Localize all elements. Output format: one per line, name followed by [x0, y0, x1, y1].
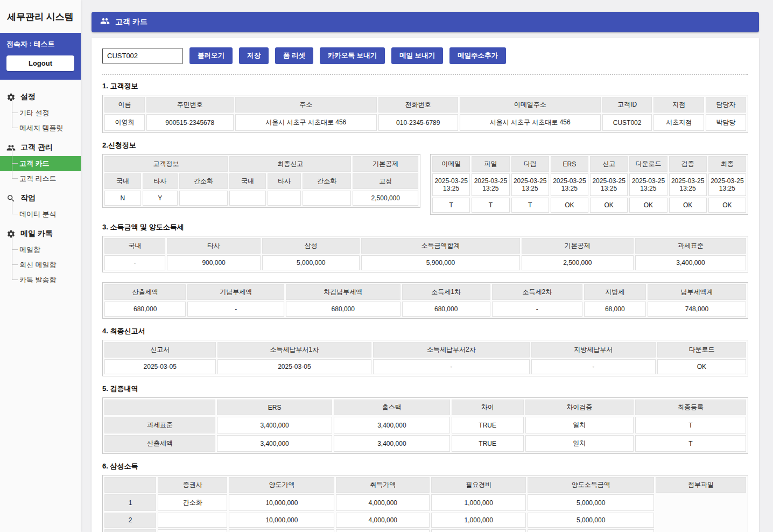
- save-button[interactable]: 저장: [239, 47, 269, 64]
- data-cell: -: [187, 302, 284, 317]
- data-cell: [158, 513, 227, 528]
- data-cell: [268, 191, 301, 206]
- data-table: 이름주민번호주소전화번호이메일주소고객ID지점담당자이영희900515-2345…: [102, 95, 748, 133]
- data-cell: 3,400,000: [217, 435, 332, 452]
- customer-id-input[interactable]: [102, 48, 183, 64]
- column-header: 이름: [104, 97, 145, 113]
- section-tables: 증권사양도가액취득가액필요경비양도소득금액첨부파일1간소화10,000,0004…: [102, 475, 748, 532]
- sidebar-item[interactable]: 데이터 분석: [0, 207, 81, 222]
- table-row: 2025-03-25 13:252025-03-25 13:252025-03-…: [432, 173, 746, 196]
- table-row: TTTOKOKOKOKOK: [432, 198, 746, 213]
- table-row: -900,0005,000,0005,900,0002,500,0003,400…: [104, 255, 746, 270]
- column-header: 삼성: [262, 238, 360, 254]
- column-header: 소득세1차: [402, 284, 490, 300]
- logged-in-user-label: 접속자 : 테스트: [6, 39, 74, 49]
- column-header: 차감납부세액: [286, 284, 400, 300]
- data-cell: 5,000,000: [262, 255, 360, 270]
- section-tables: 국내타사삼성소득금액합계기본공제과세표준-900,0005,000,0005,9…: [102, 236, 748, 319]
- section-tables: 이름주민번호주소전화번호이메일주소고객ID지점담당자이영희900515-2345…: [102, 95, 748, 133]
- form-reset-button[interactable]: 폼 리셋: [275, 47, 313, 64]
- data-cell: 5,000,000: [528, 513, 654, 528]
- header-row: 신고서소득세납부서1차소득세납부서2차지방세납부서다운로드: [104, 342, 746, 358]
- data-cell: 4,000,000: [336, 494, 430, 511]
- header-row: 이메일파일다림ERS신고다운로드검증최종: [432, 156, 746, 172]
- column-header: 간소화: [303, 173, 351, 189]
- sidebar-item[interactable]: 고객 리스트: [0, 171, 81, 186]
- data-cell: T: [432, 198, 470, 213]
- column-header: 간소화: [179, 173, 228, 189]
- data-cell: 간소화: [158, 494, 227, 511]
- table-row: 이영희900515-2345678서울시 서초구 서초대로 456010-234…: [104, 114, 746, 131]
- column-header: 다림: [511, 156, 549, 172]
- column-header: 타사: [143, 173, 178, 189]
- main-content: 고객 카드 불러오기저장폼 리셋카카오톡 보내기메일 보내기메일주소추가 1. …: [92, 0, 759, 532]
- logout-button[interactable]: Logout: [6, 55, 74, 71]
- table-row: 310,000,0004,000,0001,000,0005,000,000: [104, 529, 746, 532]
- data-table: 이메일파일다림ERS신고다운로드검증최종2025-03-25 13:252025…: [430, 154, 748, 215]
- table-row: 산출세액3,400,0003,400,000TRUE일치T: [104, 435, 746, 452]
- content-panel: 불러오기저장폼 리셋카카오톡 보내기메일 보내기메일주소추가 1. 고객정보이름…: [92, 38, 759, 532]
- column-header: 기본공제: [522, 238, 634, 254]
- data-cell: 10,000,000: [229, 494, 334, 511]
- column-header: 전화번호: [378, 97, 458, 113]
- data-cell: 2025-03-25 13:25: [551, 173, 588, 196]
- sidebar-item[interactable]: 카톡 발송함: [0, 272, 81, 288]
- menu-section-label: 설정: [20, 92, 36, 102]
- sidebar: 세무관리 시스템 접속자 : 테스트 Logout 설정기타 설정메세지 템플릿…: [0, 0, 81, 532]
- table-row: NY2,500,000: [104, 191, 418, 206]
- sidebar-item[interactable]: 메세지 템플릿: [0, 121, 81, 136]
- data-cell: OK: [551, 198, 588, 213]
- header-row: 고객정보최종신고기본공제: [104, 156, 418, 172]
- column-header: 차이검증: [525, 400, 634, 415]
- data-cell: 3,400,000: [635, 255, 746, 270]
- header-row: 국내타사삼성소득금액합계기본공제과세표준: [104, 238, 746, 254]
- data-cell: 2025-03-25 13:25: [708, 173, 746, 196]
- people-icon: [100, 16, 110, 26]
- data-cell: [303, 191, 351, 206]
- data-cell: 680,000: [402, 302, 490, 317]
- column-header: 홈스택: [334, 400, 449, 415]
- column-header: 최종등록: [635, 400, 746, 415]
- data-cell: OK: [590, 198, 628, 213]
- data-cell: OK: [708, 198, 746, 213]
- data-cell: 1,000,000: [431, 513, 526, 528]
- send-kakao-button[interactable]: 카카오톡 보내기: [320, 47, 385, 64]
- data-cell: 2025-03-05: [217, 359, 372, 374]
- table-row: 1간소화10,000,0004,000,0001,000,0005,000,00…: [104, 494, 746, 511]
- load-button[interactable]: 불러오기: [189, 47, 233, 64]
- data-cell: 5,000,000: [528, 494, 654, 511]
- header-row: 국내타사간소화국내타사간소화고정: [104, 173, 418, 189]
- row-label-cell: 1: [104, 494, 156, 511]
- section-title: 5. 검증내역: [102, 384, 748, 394]
- table-row: 210,000,0004,000,0001,000,0005,000,000: [104, 513, 746, 528]
- data-table: 신고서소득세납부서1차소득세납부서2차지방세납부서다운로드2025-03-052…: [102, 340, 748, 376]
- column-header: 과세표준: [635, 238, 746, 254]
- header-row: 산출세액기납부세액차감납부세액소득세1차소득세2차지방세납부세액계: [104, 284, 746, 300]
- section-tables: ERS홈스택차이차이검증최종등록과세표준3,400,0003,400,000TR…: [102, 397, 748, 454]
- data-cell: -: [492, 302, 582, 317]
- add-email-button[interactable]: 메일주소추가: [449, 47, 506, 64]
- data-cell: T: [635, 417, 746, 433]
- column-header: 첨부파일: [656, 477, 746, 493]
- table-row: 과세표준3,400,0003,400,000TRUE일치T: [104, 417, 746, 433]
- data-cell: 5,900,000: [361, 255, 519, 270]
- menu-group: 작업데이터 분석: [0, 190, 81, 222]
- people-icon: [100, 16, 110, 28]
- menu-section-label: 고객 관리: [20, 143, 53, 152]
- column-header: 파일: [472, 156, 509, 172]
- column-header: 주소: [235, 97, 377, 113]
- section-title: 4. 최종신고서: [102, 326, 748, 336]
- column-header: 소득금액합계: [361, 238, 519, 254]
- column-header: [104, 477, 156, 493]
- row-label-cell: 과세표준: [104, 417, 215, 433]
- data-cell: 4,000,000: [336, 513, 430, 528]
- column-header: 타사: [268, 173, 301, 189]
- column-header: 신고서: [104, 342, 216, 358]
- column-header: 최종신고: [229, 156, 351, 172]
- data-cell: [179, 191, 228, 206]
- column-header: 최종: [708, 156, 746, 172]
- data-table: 고객정보최종신고기본공제국내타사간소화국내타사간소화고정NY2,500,000: [102, 154, 420, 208]
- column-header: 신고: [590, 156, 628, 172]
- send-mail-button[interactable]: 메일 보내기: [391, 47, 443, 64]
- column-header: 다운로드: [629, 156, 667, 172]
